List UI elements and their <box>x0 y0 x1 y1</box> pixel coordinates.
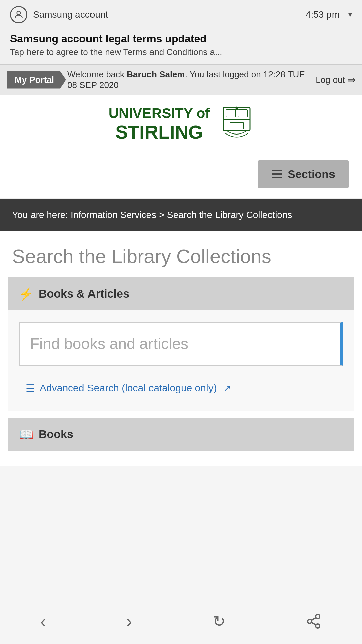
portal-logout[interactable]: Log out ⇒ <box>316 74 355 86</box>
breadcrumb: You are here: Information Services > Sea… <box>0 199 362 231</box>
book-icon: 📖 <box>19 428 33 441</box>
portal-tab[interactable]: My Portal <box>7 71 66 89</box>
university-header: UNIVERSITY of STIRLING <box>0 95 362 150</box>
back-arrow-icon: ‹ <box>40 611 46 631</box>
sections-label: Sections <box>288 168 335 181</box>
sections-button[interactable]: Sections <box>258 160 349 188</box>
nav-forward-button[interactable]: › <box>120 608 139 635</box>
svg-point-0 <box>17 11 21 15</box>
portal-username: Baruch Salem <box>127 69 185 79</box>
notification-title: Samsung account legal terms updated <box>10 33 352 45</box>
nav-share-button[interactable] <box>299 610 328 633</box>
svg-rect-2 <box>226 110 235 117</box>
bottom-nav: ‹ › ↻ <box>0 601 362 644</box>
external-link-icon: ↗ <box>224 383 231 393</box>
notification-banner[interactable]: Samsung account legal terms updated Tap … <box>0 27 362 65</box>
svg-point-9 <box>316 624 320 628</box>
list-icon: ☰ <box>26 382 35 394</box>
svg-rect-3 <box>238 110 247 117</box>
dropdown-icon[interactable]: ▾ <box>348 10 352 19</box>
page-title: Search the Library Collections <box>0 231 362 277</box>
uni-crest <box>220 106 253 143</box>
nav-refresh-button[interactable]: ↻ <box>206 609 232 634</box>
sections-area: Sections <box>0 150 362 199</box>
svg-point-8 <box>308 619 312 623</box>
status-bar: Samsung account 4:53 pm ▾ <box>0 0 362 27</box>
account-label: Samsung account <box>33 9 108 20</box>
books-label: Books <box>39 428 73 441</box>
search-input-wrap <box>19 322 343 366</box>
forward-arrow-icon: › <box>126 611 132 631</box>
books-articles-body: ☰ Advanced Search (local catalogue only)… <box>8 310 354 411</box>
advanced-search-link[interactable]: ☰ Advanced Search (local catalogue only)… <box>19 379 343 397</box>
uni-name-line1: UNIVERSITY of <box>109 105 210 121</box>
books-articles-header: ⚡ Books & Articles <box>8 278 354 310</box>
books-section: 📖 Books <box>8 418 354 451</box>
books-header: 📖 Books <box>8 418 354 450</box>
advanced-search-label: Advanced Search (local catalogue only) <box>40 382 217 394</box>
svg-point-7 <box>316 614 320 619</box>
portal-bar: My Portal Welcome back Baruch Salem. You… <box>0 65 362 95</box>
share-icon <box>306 613 322 629</box>
breadcrumb-text: You are here: Information Services > Sea… <box>12 210 292 220</box>
portal-welcome: Welcome back Baruch Salem. You last logg… <box>67 69 316 90</box>
svg-rect-1 <box>223 107 250 131</box>
refresh-icon: ↻ <box>213 612 226 630</box>
bolt-icon: ⚡ <box>19 287 33 301</box>
notification-subtitle: Tap here to agree to the new Terms and C… <box>10 47 352 57</box>
svg-line-10 <box>311 622 316 625</box>
hamburger-icon <box>272 170 282 178</box>
logout-icon: ⇒ <box>348 74 355 86</box>
uni-name-line2: STIRLING <box>115 121 203 143</box>
status-time: 4:53 pm <box>306 9 340 20</box>
books-articles-section: ⚡ Books & Articles ☰ Advanced Search (lo… <box>8 277 354 411</box>
svg-line-11 <box>311 618 316 620</box>
welcome-text: Welcome back <box>67 69 127 79</box>
main-content: ⚡ Books & Articles ☰ Advanced Search (lo… <box>0 277 362 466</box>
logout-label: Log out <box>316 75 345 85</box>
nav-back-button[interactable]: ‹ <box>34 608 53 635</box>
books-articles-search-input[interactable] <box>19 322 343 366</box>
books-articles-label: Books & Articles <box>39 287 129 300</box>
university-name: UNIVERSITY of STIRLING <box>109 105 210 143</box>
svg-rect-5 <box>230 122 243 129</box>
account-icon <box>10 6 27 23</box>
